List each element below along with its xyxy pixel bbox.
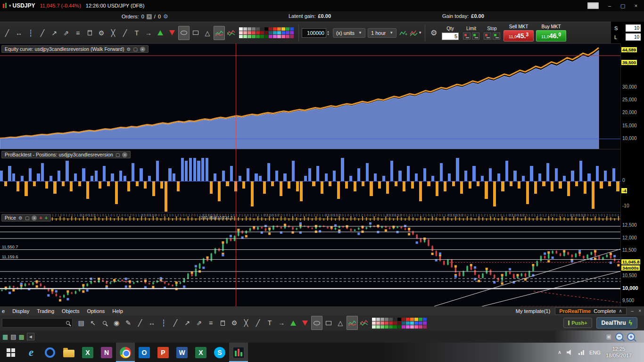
color-swatch[interactable] — [264, 27, 268, 31]
color-swatch[interactable] — [423, 318, 427, 321]
horizontal-line-tool-icon[interactable]: ↔ — [13, 26, 25, 40]
brand-tab[interactable]: ProRealTime Complete ∧ — [555, 307, 626, 315]
color-swatch[interactable] — [281, 31, 285, 34]
oblique-tool-icon[interactable]: ╱ — [252, 316, 264, 330]
taskbar-excel-icon[interactable]: X — [191, 343, 210, 362]
drawing-settings-icon[interactable]: ⚙ — [229, 316, 240, 330]
minimize-button[interactable]: – — [603, 1, 616, 10]
symbol-dropdown-icon[interactable]: ▾ — [9, 3, 11, 8]
limit-sell-icon[interactable] — [463, 33, 471, 40]
positions-panel[interactable]: ProBacktest - Positions: usdjpy3candlesr… — [0, 149, 620, 212]
color-swatch[interactable] — [393, 321, 397, 325]
taskbar-word-icon[interactable]: W — [173, 343, 191, 362]
color-swatch[interactable] — [286, 31, 289, 34]
color-swatch[interactable] — [410, 318, 414, 321]
panel-detach-icon[interactable]: ▢ — [25, 215, 29, 221]
menu-objects[interactable]: Objects — [62, 308, 79, 314]
menu-file-partial[interactable]: e — [2, 308, 5, 314]
l-value-input[interactable]: 10 — [626, 33, 641, 41]
timeframe-select[interactable]: 1 hour▼ — [368, 28, 396, 38]
orders-cancel-icon[interactable]: × — [147, 14, 152, 19]
color-swatch[interactable] — [406, 318, 410, 321]
stop-buy-icon[interactable] — [493, 33, 500, 40]
color-swatch[interactable] — [264, 31, 268, 34]
buy-marker-icon[interactable] — [288, 316, 299, 330]
taskbar-skype-icon[interactable]: S — [210, 343, 229, 362]
color-swatch[interactable] — [423, 321, 427, 325]
fibonacci-tool-icon[interactable]: ≡ — [72, 26, 83, 40]
panel-settings-icon[interactable]: ⚙ — [18, 215, 23, 221]
color-swatch[interactable] — [385, 325, 388, 329]
color-swatch[interactable] — [389, 318, 393, 321]
color-swatch[interactable] — [423, 325, 427, 329]
maximize-button[interactable]: ▢ — [617, 1, 629, 10]
color-swatch[interactable] — [277, 27, 281, 31]
ellipse-tool-icon[interactable] — [178, 26, 190, 40]
search-input[interactable] — [2, 318, 73, 328]
color-swatch[interactable] — [264, 35, 268, 38]
segment-tool-icon[interactable]: ╱ — [37, 26, 48, 40]
units-select[interactable]: (x) units▼ — [333, 28, 365, 38]
color-swatch[interactable] — [380, 318, 384, 321]
taskbar-onenote-icon[interactable]: N — [97, 343, 116, 362]
color-swatch[interactable] — [269, 27, 272, 31]
grid-view-icon[interactable]: ▩ — [19, 333, 25, 340]
cursor-tool-icon[interactable]: ↖ — [87, 316, 99, 330]
chart-style-area-icon[interactable] — [225, 26, 237, 40]
color-swatch[interactable] — [243, 35, 247, 38]
triangle-tool-icon[interactable]: △ — [202, 26, 213, 40]
equity-curve-chart[interactable] — [0, 44, 620, 149]
color-swatch[interactable] — [252, 35, 256, 38]
price-panel-header[interactable]: Price ⚙ ▢ × + + — [1, 214, 51, 222]
positions-chart[interactable] — [0, 149, 620, 213]
color-swatch[interactable] — [256, 31, 260, 34]
color-swatch[interactable] — [248, 31, 251, 34]
quantity-stepper[interactable]: ▲▼ — [327, 30, 330, 36]
workspace-close-icon[interactable]: × — [638, 308, 641, 313]
trendline-tool-icon[interactable]: ↗ — [49, 26, 60, 40]
color-swatch[interactable] — [248, 27, 251, 31]
taskbar-media-player-icon[interactable] — [41, 343, 59, 362]
channel-tool-icon[interactable]: ⇗ — [60, 26, 72, 40]
sell-marker-icon[interactable] — [166, 26, 178, 40]
taskbar-internet-explorer-icon[interactable]: e — [22, 343, 41, 362]
taskbar-excel-file-icon[interactable]: X — [78, 343, 97, 362]
color-swatch[interactable] — [376, 325, 380, 329]
trendline-tool-icon[interactable]: ↗ — [182, 316, 193, 330]
alert-tool-icon[interactable]: ◉ — [111, 316, 122, 330]
price-chart[interactable]: 2 1 0 1 1 2 0 1 0 1 1 0 1 2 1 0 0 1 2 0 … — [0, 213, 620, 307]
panel-settings-icon[interactable]: ⚙ — [126, 47, 131, 52]
color-swatch[interactable] — [239, 31, 243, 34]
tray-chevron-icon[interactable]: ∧ — [558, 349, 561, 355]
color-swatch[interactable] — [252, 31, 256, 34]
delete-drawing-icon[interactable] — [217, 316, 228, 330]
color-swatch[interactable] — [256, 35, 260, 38]
list-view-icon[interactable]: ▤ — [10, 333, 16, 340]
s-value-input[interactable]: 10 — [626, 25, 641, 32]
delete-drawing-icon[interactable] — [84, 26, 95, 40]
chart-style-candles-icon[interactable] — [347, 316, 358, 330]
new-window-icon[interactable]: ▣ — [606, 333, 611, 340]
panel-detach-icon[interactable]: ▢ — [133, 47, 137, 52]
panel-detach-icon[interactable]: ▢ — [116, 152, 120, 157]
color-swatch[interactable] — [389, 325, 393, 329]
color-swatch[interactable] — [286, 35, 289, 38]
crossline-tool-icon[interactable]: ╳ — [107, 26, 119, 40]
order-qty-input[interactable]: 5 — [442, 33, 459, 40]
triangle-tool-icon[interactable]: △ — [335, 316, 346, 330]
add-overlay-icon[interactable]: + — [45, 215, 48, 221]
color-swatch[interactable] — [419, 325, 422, 329]
color-swatch[interactable] — [380, 321, 384, 325]
language-indicator[interactable]: ENG — [589, 350, 601, 355]
color-swatch[interactable] — [273, 35, 277, 38]
crossline-tool-icon[interactable]: ╳ — [240, 316, 252, 330]
chart-style-area-icon[interactable] — [358, 316, 370, 330]
chart-style-candles-icon[interactable] — [214, 26, 225, 40]
color-swatch[interactable] — [243, 27, 247, 31]
color-swatch[interactable] — [376, 321, 380, 325]
positions-panel-header[interactable]: ProBacktest - Positions: usdjpy3candlesr… — [1, 151, 131, 158]
keyboard-icon[interactable] — [587, 2, 599, 9]
buy-marker-icon[interactable] — [155, 26, 166, 40]
stop-sell-icon[interactable] — [484, 33, 491, 40]
ellipse-tool-icon[interactable] — [311, 316, 322, 330]
